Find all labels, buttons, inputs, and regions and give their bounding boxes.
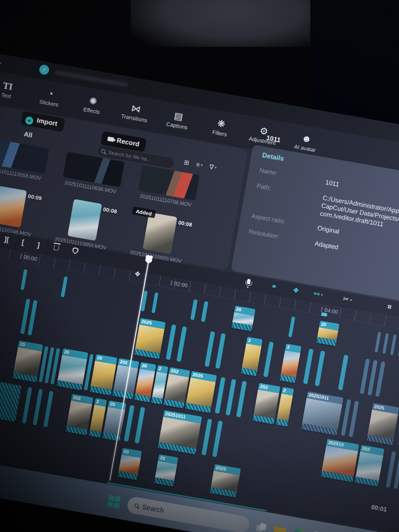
task-view-icon[interactable] bbox=[256, 523, 267, 532]
media-item[interactable]: 20251011110706.MOV bbox=[129, 164, 208, 209]
plus-icon: + bbox=[25, 116, 34, 126]
detail-field-value: 1011 bbox=[325, 178, 339, 189]
timeline-video-clip[interactable]: 2025 bbox=[366, 403, 399, 445]
timeline-video-clip[interactable]: 20251011 bbox=[301, 391, 343, 435]
toolbar-item-effects[interactable]: ✺Effects bbox=[70, 92, 115, 117]
timeline-bar-clip[interactable] bbox=[61, 276, 67, 298]
detail-field-label: Resolution: bbox=[248, 228, 280, 240]
toolbar-item-text[interactable]: TIText bbox=[0, 77, 30, 102]
mask-shield-icon[interactable] bbox=[71, 247, 79, 256]
detail-field-label: Name: bbox=[259, 167, 278, 177]
timeline-video-clip[interactable]: 202 bbox=[66, 394, 94, 435]
timeline-bar-clip[interactable] bbox=[201, 419, 212, 455]
audio-clip[interactable] bbox=[0, 378, 22, 422]
voiceover-mic-icon[interactable] bbox=[246, 278, 251, 286]
clip-waveform bbox=[151, 397, 163, 405]
timeline-video-clip[interactable]: 20 bbox=[118, 448, 142, 480]
auto-cut-icon[interactable]: ❖ bbox=[293, 286, 300, 295]
timeline-video-clip[interactable]: 202 bbox=[355, 445, 385, 487]
timeline-video-clip[interactable]: 20 bbox=[154, 454, 178, 487]
timeline-bar-clip[interactable] bbox=[374, 332, 381, 352]
toolbar-item-transitions[interactable]: ⋈Transitions bbox=[113, 100, 158, 125]
autosave-check-icon: ✓ bbox=[38, 64, 50, 75]
background-reflection bbox=[131, 0, 337, 47]
timeline-video-clip[interactable]: 2025 bbox=[134, 318, 166, 359]
windows-start-icon[interactable] bbox=[107, 495, 121, 509]
menu-button[interactable]: Menu⌄ bbox=[0, 54, 3, 66]
timeline-video-clip[interactable]: 202510 bbox=[321, 439, 360, 482]
link-clips-icon[interactable]: ⚯▾ bbox=[313, 290, 324, 299]
camera-icon bbox=[107, 136, 114, 142]
timeline-bar-clip[interactable] bbox=[151, 292, 158, 313]
video-thumbnail[interactable] bbox=[0, 186, 27, 228]
timeline-video-clip[interactable]: 20 bbox=[232, 305, 256, 332]
delete-icon[interactable] bbox=[53, 244, 60, 252]
split-icon[interactable]: ][ bbox=[4, 235, 10, 243]
timeline-bar-clip[interactable] bbox=[390, 334, 397, 355]
toolbar-item-filters[interactable]: ❋Filters bbox=[198, 115, 243, 139]
clip-thumbnail bbox=[58, 355, 87, 385]
timeline-video-clip[interactable]: 20251011 bbox=[158, 410, 202, 454]
clip-thumbnail bbox=[13, 347, 42, 377]
timeline-video-clip[interactable]: 20 bbox=[57, 348, 89, 391]
timeline-bar-clip[interactable] bbox=[349, 400, 359, 437]
timeline-bar-clip[interactable] bbox=[190, 299, 198, 320]
video-thumbnail[interactable] bbox=[143, 212, 177, 254]
timeline-video-clip[interactable]: 2 bbox=[241, 336, 263, 376]
timeline-video-clip[interactable]: 2 bbox=[280, 343, 302, 383]
tab-all[interactable]: All bbox=[23, 130, 33, 139]
file-explorer-icon[interactable] bbox=[273, 527, 287, 532]
toolbar-item-captions[interactable]: ▤Captions bbox=[156, 107, 200, 132]
timeline-bar-clip[interactable] bbox=[226, 379, 236, 415]
filter-icon[interactable]: ∇▾ bbox=[209, 163, 217, 171]
search-icon bbox=[134, 503, 138, 508]
timeline-bar-clip[interactable] bbox=[303, 349, 313, 384]
timeline-bar-clip[interactable] bbox=[288, 316, 295, 337]
timeline-bar-clip[interactable] bbox=[263, 341, 273, 377]
video-thumbnail[interactable] bbox=[0, 138, 49, 174]
video-thumbnail[interactable] bbox=[67, 199, 102, 241]
magnetic-snap-icon[interactable]: ⚭ bbox=[270, 282, 277, 291]
timeline-bar-clip[interactable] bbox=[201, 301, 208, 322]
timeline-bar-clip[interactable] bbox=[375, 361, 385, 397]
edge-browser-icon[interactable] bbox=[293, 528, 305, 532]
timeline-bar-clip[interactable] bbox=[215, 333, 226, 368]
timeline-bar-clip[interactable] bbox=[33, 389, 43, 426]
split-mode-icon[interactable]: ✂▾ bbox=[342, 295, 353, 304]
timeline-bar-clip[interactable] bbox=[134, 407, 145, 443]
media-item[interactable]: 20251011110558.MOV bbox=[0, 137, 57, 183]
timeline-bar-clip[interactable] bbox=[124, 405, 134, 441]
timeline-bar-clip[interactable] bbox=[204, 331, 215, 366]
timeline-bar-clip[interactable] bbox=[382, 333, 389, 354]
timeline-bar-clip[interactable] bbox=[236, 381, 247, 417]
timeline-video-clip[interactable]: 202 bbox=[253, 383, 281, 424]
media-item[interactable]: 00:0920251011110748.MOV bbox=[0, 182, 49, 239]
trim-left-icon[interactable]: [ bbox=[21, 238, 25, 246]
chevron-down-icon: ▾ bbox=[350, 298, 353, 303]
timeline-bar-clip[interactable] bbox=[43, 391, 54, 427]
timeline-bar-clip[interactable] bbox=[315, 351, 325, 386]
timeline-bar-clip[interactable] bbox=[212, 421, 223, 457]
timeline-video-clip[interactable]: 2025 bbox=[185, 371, 217, 413]
timeline-bar-clip[interactable] bbox=[22, 387, 33, 424]
timeline-bar-clip[interactable] bbox=[338, 355, 348, 390]
mask-shield-icon bbox=[72, 247, 79, 255]
timeline-video-clip[interactable]: 2025 bbox=[210, 464, 241, 498]
timeline-bar-clip[interactable] bbox=[215, 377, 226, 413]
clip-thumbnail bbox=[356, 452, 383, 481]
grid-view-icon[interactable]: ⊞ bbox=[183, 159, 190, 167]
clip-thumbnail bbox=[277, 394, 293, 421]
timeline-bar-clip[interactable] bbox=[166, 324, 176, 360]
timeline-bar-clip[interactable] bbox=[21, 269, 28, 291]
detail-field-value: Original bbox=[317, 224, 340, 236]
timeline-video-clip[interactable]: 20 bbox=[316, 321, 339, 346]
search-icon bbox=[101, 149, 105, 153]
timeline-bar-clip[interactable] bbox=[176, 326, 187, 362]
details-heading: Details bbox=[262, 151, 284, 162]
trim-right-icon[interactable]: ] bbox=[37, 241, 40, 249]
timeline-video-clip[interactable]: 20 bbox=[12, 340, 43, 382]
toolbar-item-stickers[interactable]: ◔Stickers bbox=[28, 85, 72, 109]
duration-label: 00:08 bbox=[102, 206, 117, 215]
sort-icon[interactable]: ≡▾ bbox=[196, 161, 203, 169]
preview-axis-icon[interactable]: ⌗ bbox=[387, 302, 392, 311]
